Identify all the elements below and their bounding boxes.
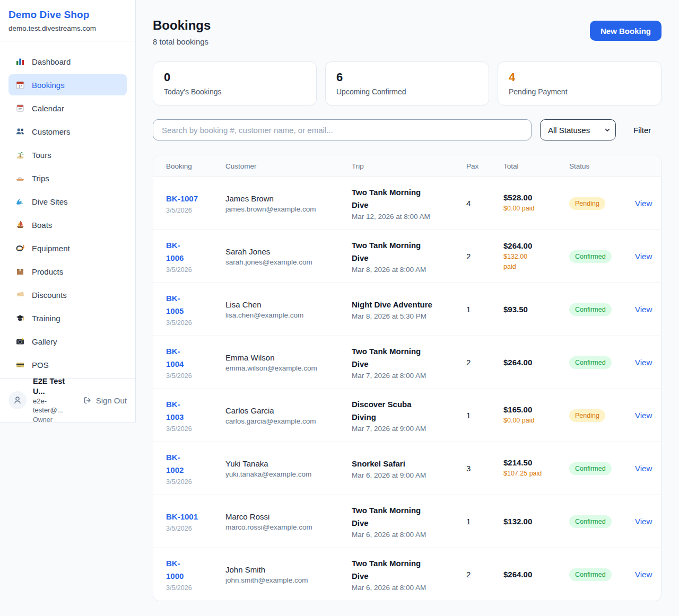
sidebar-item-bookings[interactable]: 17 Bookings [8,74,127,95]
search-input[interactable] [153,119,532,140]
sidebar-item-boats[interactable]: Boats [8,214,127,235]
brand-name: Demo Dive Shop [8,9,127,21]
total-amount: $264.00 [503,358,562,367]
table-row: BK-1001 3/5/2026 Marco Rossi marco.rossi… [153,495,661,548]
sidebar-item-trips[interactable]: Trips [8,168,127,189]
stat-label: Pending Payment [509,87,650,96]
booking-id-link[interactable]: BK- 1004 [166,345,218,371]
speedboat-icon [15,173,25,183]
pax-count: 1 [466,305,503,314]
booking-id-link[interactable]: BK- 1003 [166,398,218,424]
avatar [8,391,27,409]
trip-name: Two Tank Morning Dive [352,504,459,530]
table-row: BK-1007 3/5/2026 James Brown james.brown… [153,177,661,230]
trip-datetime: Mar 6, 2026 at 9:00 AM [352,471,459,479]
booking-date: 3/5/2026 [166,266,218,274]
wave-icon [15,196,25,207]
customer-name: Sarah Jones [225,247,344,256]
total-amount: $165.00 [503,405,562,414]
stat-value: 4 [509,71,650,84]
table-row: BK- 1006 3/5/2026 Sarah Jones sarah.jone… [153,230,661,283]
sign-out-button[interactable]: Sign Out [83,395,127,405]
trip-name: Snorkel Safari [352,457,459,470]
sidebar-item-equipment[interactable]: Equipment [8,237,127,259]
column-header-status: Status [569,162,635,170]
table-row: BK- 1004 3/5/2026 Emma Wilson emma.wilso… [153,336,661,389]
sidebar-item-discounts[interactable]: Discounts [8,284,127,305]
booking-id-link[interactable]: BK- 1002 [166,451,218,477]
view-link[interactable]: View [635,358,652,367]
sidebar-nav: Dashboard 17 Bookings Calendar Customers… [0,41,135,375]
view-link[interactable]: View [635,305,652,314]
customer-name: James Brown [225,194,344,203]
table-body: BK-1007 3/5/2026 James Brown james.brown… [153,177,661,601]
paid-amount: $0.00 paid [503,204,562,214]
trip-datetime: Mar 7, 2026 at 8:00 AM [352,372,459,380]
view-link[interactable]: View [635,411,652,420]
sidebar-item-label: Discounts [32,291,67,300]
sidebar-item-label: Customers [32,127,71,136]
booking-id-link[interactable]: BK- 1006 [166,239,218,265]
booking-id-link[interactable]: BK-1001 [166,511,218,523]
sidebar-item-dashboard[interactable]: Dashboard [8,51,127,72]
view-link[interactable]: View [635,464,652,473]
booking-date: 3/5/2026 [166,525,218,532]
view-link[interactable]: View [635,252,652,261]
customer-name: Carlos Garcia [225,406,344,415]
booking-id-link[interactable]: BK- 1000 [166,557,218,583]
view-link[interactable]: View [635,570,652,579]
total-amount: $264.00 [503,570,562,579]
stat-card-pending-payment: 4 Pending Payment [498,61,661,105]
customer-email: john.smith@example.com [225,576,344,584]
customer-email: james.brown@example.com [225,205,344,213]
total-amount: $132.00 [503,517,562,526]
status-badge: Confirmed [569,356,612,369]
column-header-customer: Customer [225,162,352,170]
status-filter-select[interactable]: All Statuses [540,119,616,140]
sidebar-item-label: Gallery [32,337,57,346]
page-title: Bookings [153,18,211,33]
sidebar-item-tours[interactable]: Tours [8,144,127,165]
booking-id-link[interactable]: BK- 1005 [166,292,218,318]
customer-email: marco.rossi@example.com [225,523,344,531]
tag-icon [15,289,25,300]
filters-row: All Statuses Filter [153,119,661,140]
booking-id-link[interactable]: BK-1007 [166,192,218,205]
total-amount: $214.50 [503,458,562,467]
new-booking-button[interactable]: New Booking [590,21,661,41]
sidebar-item-products[interactable]: Products [8,261,127,282]
filter-button[interactable]: Filter [633,126,651,135]
sidebar-item-pos[interactable]: POS [8,354,127,375]
stat-value: 0 [164,71,306,84]
sidebar-item-label: Products [32,267,63,276]
sidebar-item-label: Training [32,314,60,323]
total-amount: $264.00 [503,241,562,250]
booking-date: 3/5/2026 [166,319,218,327]
user-role: Owner [33,416,76,424]
sidebar-item-calendar[interactable]: Calendar [8,98,127,119]
credit-card-icon [15,359,25,370]
sidebar-item-gallery[interactable]: Gallery [8,331,127,352]
trip-name: Two Tank Morning Dive [352,239,459,265]
customer-email: emma.wilson@example.com [225,364,344,372]
customer-name: Yuki Tanaka [225,459,344,468]
svg-text:17: 17 [18,84,22,88]
customer-name: Marco Rossi [225,512,344,521]
column-header-total: Total [503,162,569,170]
brand-domain: demo.test.divestreams.com [8,24,127,32]
booking-date: 3/5/2026 [166,207,218,214]
view-link[interactable]: View [635,199,652,208]
view-link[interactable]: View [635,517,652,526]
pax-count: 2 [466,358,503,367]
logout-icon [83,395,92,405]
sidebar-item-customers[interactable]: Customers [8,121,127,142]
pax-count: 2 [466,252,503,261]
total-amount: $528.00 [503,193,562,202]
booking-date: 3/5/2026 [166,584,218,592]
sidebar-item-training[interactable]: Training [8,307,127,329]
pax-count: 3 [466,464,503,473]
sidebar-item-label: Tours [32,151,51,160]
status-badge: Confirmed [569,303,612,316]
stat-label: Today's Bookings [164,87,306,96]
sidebar-item-dive-sites[interactable]: Dive Sites [8,191,127,212]
